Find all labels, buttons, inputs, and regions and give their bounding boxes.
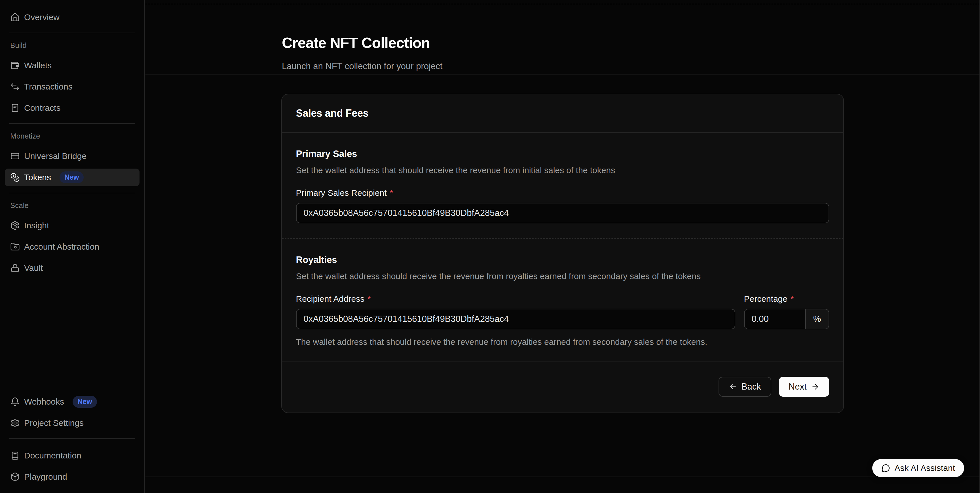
gear-icon <box>10 418 20 428</box>
smart-wallet-icon <box>10 242 20 252</box>
sidebar-divider <box>10 193 135 193</box>
ask-ai-assistant-button[interactable]: Ask AI Assistant <box>872 459 964 477</box>
percent-symbol: % <box>806 309 829 329</box>
card-footer: Back Next <box>282 361 843 412</box>
sidebar-item-label: Universal Bridge <box>24 151 86 161</box>
sidebar-group-monetize: Monetize <box>5 132 140 141</box>
primary-sales-heading: Primary Sales <box>296 149 829 159</box>
sidebar-item-universal-bridge[interactable]: Universal Bridge <box>5 147 140 165</box>
required-asterisk: * <box>791 294 794 304</box>
cube-icon <box>10 472 20 482</box>
sidebar-item-contracts[interactable]: Contracts <box>5 99 140 117</box>
sidebar-item-tokens[interactable]: Tokens New <box>5 169 140 186</box>
sidebar-item-label: Project Settings <box>24 418 84 428</box>
coins-icon <box>10 173 20 182</box>
percentage-input-group: % <box>744 309 829 329</box>
book-icon <box>10 451 20 460</box>
next-button[interactable]: Next <box>779 377 829 397</box>
royalties-fields-row: Recipient Address * Percentage * % <box>296 281 829 329</box>
new-badge: New <box>60 171 84 183</box>
royalties-helper-text: The wallet address that should receive t… <box>296 337 829 347</box>
royalties-description: Set the wallet address should receive th… <box>296 271 829 281</box>
card-title: Sales and Fees <box>296 108 369 119</box>
page-header: Create NFT Collection Launch an NFT coll… <box>145 4 980 75</box>
sidebar-item-label: Playground <box>24 472 67 482</box>
sidebar-item-label: Tokens <box>24 173 51 182</box>
sidebar-item-label: Vault <box>24 263 43 273</box>
house-icon <box>10 13 20 22</box>
sidebar-item-label: Transactions <box>24 82 73 92</box>
sidebar-item-overview[interactable]: Overview <box>5 8 140 26</box>
bell-icon <box>10 397 20 407</box>
sidebar-divider <box>10 123 135 124</box>
percentage-input[interactable] <box>745 309 806 329</box>
main-content: Create NFT Collection Launch an NFT coll… <box>145 0 980 493</box>
page-subtitle: Launch an NFT collection for your projec… <box>282 61 980 71</box>
page-title: Create NFT Collection <box>282 35 980 52</box>
royalties-heading: Royalties <box>296 254 829 265</box>
package-search-icon <box>10 221 20 230</box>
sidebar-group-build: Build <box>5 41 140 50</box>
sidebar-item-webhooks[interactable]: Webhooks New <box>5 393 140 411</box>
back-button[interactable]: Back <box>719 377 771 397</box>
primary-sales-section: Primary Sales Set the wallet address tha… <box>282 133 843 238</box>
sidebar-item-transactions[interactable]: Transactions <box>5 78 140 95</box>
required-asterisk: * <box>390 188 393 198</box>
sidebar-item-insight[interactable]: Insight <box>5 217 140 234</box>
primary-sales-description: Set the wallet address that should recei… <box>296 165 829 175</box>
sidebar: Overview Build Wallets Transactions Cont… <box>0 0 145 493</box>
primary-sales-recipient-input[interactable] <box>296 203 829 223</box>
sidebar-item-label: Webhooks <box>24 397 64 407</box>
sidebar-item-label: Contracts <box>24 103 60 113</box>
new-badge: New <box>73 396 97 408</box>
sidebar-divider <box>10 438 135 439</box>
wallet-icon <box>10 61 20 70</box>
sidebar-item-label: Documentation <box>24 451 81 460</box>
chat-bubble-icon <box>881 463 890 472</box>
sidebar-item-label: Wallets <box>24 61 52 70</box>
card-header: Sales and Fees <box>282 94 843 133</box>
sidebar-spacer <box>5 281 140 393</box>
credit-card-icon <box>10 151 20 161</box>
recipient-address-input[interactable] <box>296 309 735 329</box>
content-area: Sales and Fees Primary Sales Set the wal… <box>145 75 980 477</box>
percentage-label: Percentage * <box>744 294 829 304</box>
arrow-left-icon <box>729 382 737 391</box>
recipient-address-label: Recipient Address * <box>296 294 735 304</box>
sidebar-divider <box>10 33 135 33</box>
sidebar-item-label: Account Abstraction <box>24 242 99 252</box>
arrow-right-icon <box>811 382 819 391</box>
sidebar-item-wallets[interactable]: Wallets <box>5 57 140 74</box>
required-asterisk: * <box>368 294 371 304</box>
sales-and-fees-card: Sales and Fees Primary Sales Set the wal… <box>281 94 844 413</box>
sidebar-item-playground[interactable]: Playground <box>5 468 140 486</box>
bottom-divider <box>145 477 980 477</box>
lock-icon <box>10 263 20 273</box>
royalties-section: Royalties Set the wallet address should … <box>282 239 843 361</box>
recipient-address-field: Recipient Address * <box>296 281 735 329</box>
primary-sales-recipient-label: Primary Sales Recipient * <box>296 188 829 198</box>
percentage-field: Percentage * % <box>744 281 829 329</box>
sidebar-item-vault[interactable]: Vault <box>5 259 140 277</box>
sidebar-item-project-settings[interactable]: Project Settings <box>5 414 140 432</box>
sidebar-item-label: Overview <box>24 13 60 22</box>
sidebar-item-label: Insight <box>24 221 49 230</box>
sidebar-item-documentation[interactable]: Documentation <box>5 447 140 464</box>
sidebar-group-scale: Scale <box>5 201 140 210</box>
arrows-left-right-icon <box>10 82 20 92</box>
document-icon <box>10 103 20 113</box>
sidebar-item-account-abstraction[interactable]: Account Abstraction <box>5 238 140 255</box>
